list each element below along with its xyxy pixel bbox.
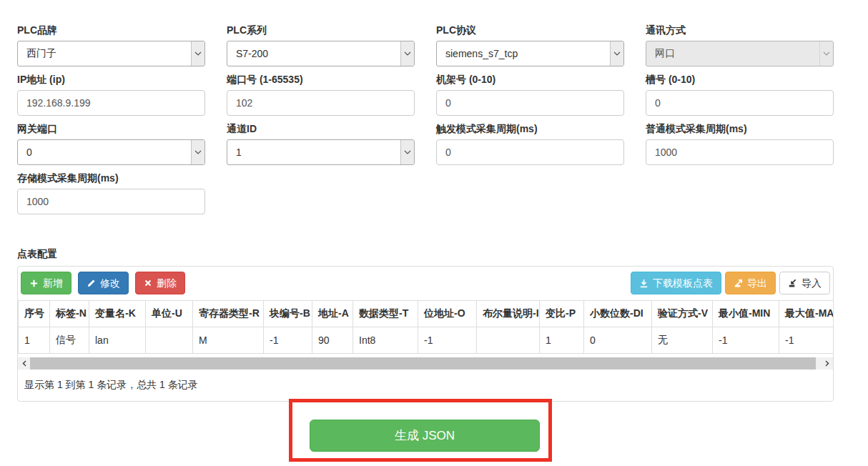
channel-id-select[interactable]: 1 xyxy=(227,139,415,165)
select-value: 1 xyxy=(227,147,400,158)
plus-icon xyxy=(29,279,39,288)
point-table-panel: 新增 修改 删除 xyxy=(17,266,834,402)
download-icon xyxy=(639,279,648,288)
pencil-icon xyxy=(87,279,96,288)
scroll-right-icon[interactable] xyxy=(821,357,833,370)
export-icon xyxy=(734,279,743,288)
download-template-button[interactable]: 下载模板点表 xyxy=(631,272,721,294)
edit-button[interactable]: 修改 xyxy=(78,272,129,294)
field-rack: 机架号 (0-10) xyxy=(436,72,624,116)
trigger-period-input[interactable] xyxy=(436,139,624,165)
horizontal-scrollbar[interactable] xyxy=(18,357,833,370)
select-value: S7-200 xyxy=(227,48,400,59)
ip-address-label: IP地址 (ip) xyxy=(17,72,205,86)
add-button[interactable]: 新增 xyxy=(21,272,71,294)
column-header: 地址-A xyxy=(312,301,353,327)
slot-label: 槽号 (0-10) xyxy=(646,72,834,86)
plc-series-select[interactable]: S7-200 xyxy=(227,41,415,66)
field-ip-address: IP地址 (ip) xyxy=(17,72,205,116)
channel-id-label: 通道ID xyxy=(227,122,415,136)
column-header: 寄存器类型-R xyxy=(193,301,264,327)
port-input[interactable] xyxy=(227,90,415,116)
table-cell: -1 xyxy=(264,327,312,354)
field-channel-id: 通道ID 1 xyxy=(227,122,415,165)
table-cell: 0 xyxy=(584,327,652,354)
slot-input[interactable] xyxy=(646,90,834,116)
table-cell: 1 xyxy=(540,327,584,354)
edit-button-label: 修改 xyxy=(100,278,120,288)
chevron-down-icon xyxy=(191,140,204,164)
plc-form: PLC品牌 西门子 PLC系列 S7-200 PLC协议 siemens_s7_… xyxy=(17,23,834,220)
chevron-down-icon xyxy=(610,41,623,66)
import-icon xyxy=(788,279,797,288)
scrollbar-thumb[interactable] xyxy=(30,357,816,370)
field-plc-series: PLC系列 S7-200 xyxy=(227,23,415,66)
table-cell: -1 xyxy=(418,327,477,354)
export-button-label: 导出 xyxy=(747,278,767,288)
field-trigger-period: 触发模式采集周期(ms) xyxy=(436,122,624,165)
plc-protocol-label: PLC协议 xyxy=(436,23,624,37)
table-cell: -1 xyxy=(779,327,834,354)
export-button[interactable]: 导出 xyxy=(725,272,776,294)
port-label: 端口号 (1-65535) xyxy=(227,72,415,86)
generate-json-button[interactable]: 生成 JSON xyxy=(310,420,540,452)
table-cell: M xyxy=(193,327,264,354)
chevron-down-icon xyxy=(400,41,414,66)
chevron-down-icon xyxy=(400,140,414,164)
rack-input[interactable] xyxy=(436,90,624,116)
header-row: 序号 标签-N 变量名-K 单位-U 寄存器类型-R 块编号-B 地址-A 数据… xyxy=(19,301,834,327)
gateway-port-label: 网关端口 xyxy=(17,122,205,136)
delete-button[interactable]: 删除 xyxy=(135,272,185,294)
table-cell: Int8 xyxy=(353,327,418,354)
normal-period-label: 普通模式采集周期(ms) xyxy=(646,122,834,136)
field-port: 端口号 (1-65535) xyxy=(227,72,415,116)
table-row[interactable]: 1 信号 lan M -1 90 Int8 -1 1 0 无 -1 xyxy=(19,327,834,354)
point-table-title: 点表配置 xyxy=(17,248,57,261)
column-header: 验证方式-V xyxy=(652,301,713,327)
table-cell: 90 xyxy=(312,327,353,354)
field-comm-mode: 通讯方式 网口 xyxy=(646,23,834,66)
point-table-toolbar: 新增 修改 删除 xyxy=(18,267,833,300)
select-value: 0 xyxy=(18,147,191,158)
ip-address-input[interactable] xyxy=(17,90,205,116)
plc-brand-select[interactable]: 西门子 xyxy=(17,41,205,66)
table-cell: 1 xyxy=(19,327,50,354)
column-header: 最大值-MAX xyxy=(779,301,834,327)
select-value: 网口 xyxy=(646,47,819,60)
table-cell: 无 xyxy=(652,327,713,354)
column-header: 标签-N xyxy=(50,301,89,327)
field-plc-brand: PLC品牌 西门子 xyxy=(17,23,205,66)
field-slot: 槽号 (0-10) xyxy=(646,72,834,116)
chevron-down-icon xyxy=(819,41,833,66)
comm-mode-select: 网口 xyxy=(646,41,834,66)
table-cell: 信号 xyxy=(50,327,89,354)
point-table: 序号 标签-N 变量名-K 单位-U 寄存器类型-R 块编号-B 地址-A 数据… xyxy=(18,300,833,354)
toolbar-left-group: 新增 修改 删除 xyxy=(21,272,185,294)
storage-period-input[interactable] xyxy=(17,189,205,214)
column-header: 位地址-O xyxy=(418,301,477,327)
field-storage-period: 存储模式采集周期(ms) xyxy=(17,171,205,214)
plc-series-label: PLC系列 xyxy=(227,23,415,37)
comm-mode-label: 通讯方式 xyxy=(646,23,834,37)
select-value: 西门子 xyxy=(18,47,191,60)
import-button-label: 导入 xyxy=(802,278,822,288)
column-header: 块编号-B xyxy=(264,301,312,327)
normal-period-input[interactable] xyxy=(646,139,834,165)
storage-period-label: 存储模式采集周期(ms) xyxy=(17,171,205,185)
rack-label: 机架号 (0-10) xyxy=(436,72,624,86)
field-plc-protocol: PLC协议 siemens_s7_tcp xyxy=(436,23,624,66)
import-button[interactable]: 导入 xyxy=(779,272,830,294)
add-button-label: 新增 xyxy=(43,278,63,288)
toolbar-right-group: 下载模板点表 导出 导入 xyxy=(631,272,830,294)
plc-protocol-select[interactable]: siemens_s7_tcp xyxy=(436,41,624,66)
column-header: 布尔量说明-I xyxy=(477,301,540,327)
field-gateway-port: 网关端口 0 xyxy=(17,122,205,165)
scroll-left-icon[interactable] xyxy=(18,357,30,370)
plc-config-page: PLC品牌 西门子 PLC系列 S7-200 PLC协议 siemens_s7_… xyxy=(0,0,868,466)
gateway-port-select[interactable]: 0 xyxy=(17,139,205,165)
table-cell: -1 xyxy=(713,327,779,354)
column-header: 序号 xyxy=(19,301,50,327)
delete-button-label: 删除 xyxy=(157,278,177,288)
column-header: 最小值-MIN xyxy=(713,301,779,327)
download-template-label: 下载模板点表 xyxy=(653,278,713,288)
